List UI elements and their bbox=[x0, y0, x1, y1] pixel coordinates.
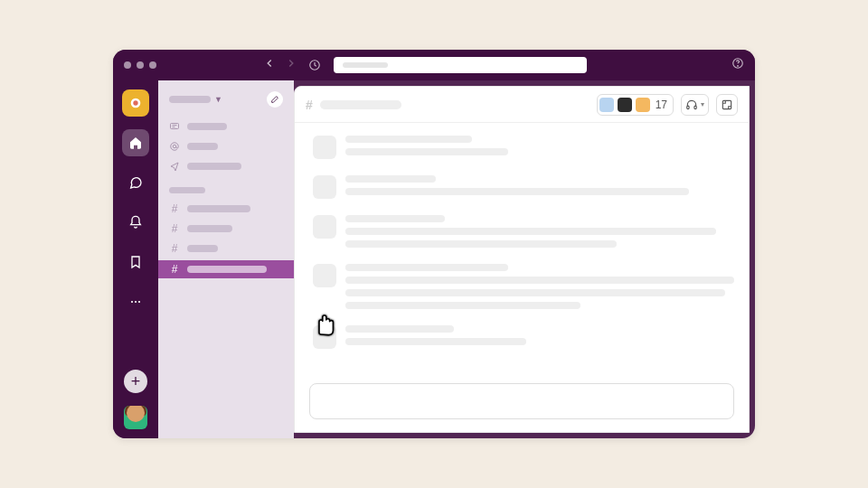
sidebar-channel-3[interactable]: # bbox=[158, 240, 294, 257]
rail-dms[interactable] bbox=[122, 169, 149, 196]
close-dot[interactable] bbox=[124, 61, 131, 69]
headphones-icon bbox=[685, 99, 698, 111]
svg-rect-10 bbox=[687, 106, 689, 109]
search-placeholder bbox=[343, 62, 388, 68]
member-count: 17 bbox=[656, 99, 667, 111]
member-count-button[interactable]: 17 bbox=[597, 94, 674, 116]
pointer-cursor-icon bbox=[313, 309, 342, 343]
chevron-down-icon: ▼ bbox=[214, 95, 222, 104]
message-avatar[interactable] bbox=[313, 175, 336, 199]
message-body bbox=[345, 136, 731, 159]
svg-rect-8 bbox=[171, 124, 179, 129]
svg-point-5 bbox=[131, 301, 133, 303]
create-button[interactable]: + bbox=[124, 370, 147, 393]
member-avatar-2 bbox=[618, 98, 632, 112]
canvas-button[interactable] bbox=[716, 94, 738, 116]
svg-point-9 bbox=[173, 145, 176, 148]
svg-rect-11 bbox=[694, 106, 696, 109]
rail-activity[interactable] bbox=[122, 209, 149, 236]
sidebar-item-label bbox=[187, 245, 218, 252]
channel-view: # 17 ▾ bbox=[294, 86, 750, 433]
svg-point-6 bbox=[135, 301, 137, 303]
svg-rect-12 bbox=[722, 100, 731, 108]
workspace-header[interactable]: ▼ bbox=[158, 89, 294, 115]
max-dot[interactable] bbox=[149, 61, 156, 69]
channel-header: # 17 ▾ bbox=[295, 87, 749, 123]
send-icon bbox=[169, 161, 180, 172]
huddle-button[interactable]: ▾ bbox=[681, 94, 709, 116]
message-list[interactable] bbox=[295, 123, 749, 378]
sidebar-section-header[interactable] bbox=[169, 187, 205, 193]
window-body: + ▼ bbox=[113, 80, 755, 438]
canvas-icon bbox=[721, 99, 733, 111]
hash-icon: # bbox=[169, 202, 180, 215]
message-composer[interactable] bbox=[309, 383, 734, 419]
sidebar-item-label bbox=[187, 205, 250, 212]
back-button[interactable] bbox=[263, 57, 276, 73]
workspace-name bbox=[169, 96, 211, 103]
sidebar-item-label bbox=[187, 123, 227, 130]
sidebar-quick-mentions[interactable] bbox=[158, 138, 294, 155]
sidebar-item-label bbox=[187, 163, 241, 170]
rail-later[interactable] bbox=[122, 249, 149, 276]
channel-name[interactable] bbox=[320, 100, 401, 109]
message[interactable] bbox=[313, 264, 731, 309]
message[interactable] bbox=[313, 215, 731, 248]
search-input[interactable] bbox=[334, 57, 587, 73]
nav-rail: + bbox=[113, 80, 158, 438]
sidebar-item-label bbox=[187, 266, 267, 273]
svg-point-7 bbox=[138, 301, 140, 303]
sidebar-channel-4[interactable]: # bbox=[158, 260, 294, 278]
at-icon bbox=[169, 141, 180, 152]
hash-icon: # bbox=[169, 242, 180, 255]
forward-button[interactable] bbox=[285, 57, 297, 73]
sidebar-item-label bbox=[187, 143, 218, 150]
svg-point-2 bbox=[738, 66, 739, 67]
hash-icon: # bbox=[169, 222, 180, 235]
compose-button[interactable] bbox=[267, 91, 283, 108]
plus-icon: + bbox=[131, 373, 141, 389]
rail-home[interactable] bbox=[122, 129, 149, 156]
message-avatar[interactable] bbox=[313, 215, 336, 239]
channel-sidebar: ▼ # # bbox=[158, 80, 294, 438]
help-button[interactable] bbox=[731, 57, 744, 73]
sidebar-item-label bbox=[187, 225, 232, 232]
sidebar-quick-drafts[interactable] bbox=[158, 158, 294, 174]
hash-icon: # bbox=[169, 263, 180, 276]
titlebar bbox=[113, 50, 755, 80]
message-avatar[interactable] bbox=[313, 264, 336, 287]
chevron-down-icon: ▾ bbox=[701, 100, 704, 108]
message-icon bbox=[169, 121, 180, 132]
traffic-lights[interactable] bbox=[124, 61, 156, 69]
message[interactable] bbox=[313, 175, 731, 199]
user-avatar[interactable] bbox=[124, 406, 147, 429]
message-avatar[interactable] bbox=[313, 136, 336, 159]
message[interactable] bbox=[313, 136, 731, 159]
sidebar-quick-threads[interactable] bbox=[158, 118, 294, 135]
member-avatar-1 bbox=[599, 98, 614, 112]
message-body bbox=[345, 325, 731, 349]
history-button[interactable] bbox=[308, 59, 321, 71]
sidebar-channel-2[interactable]: # bbox=[158, 221, 294, 237]
member-avatar-3 bbox=[636, 98, 650, 112]
message-body bbox=[345, 215, 731, 248]
hash-icon: # bbox=[306, 98, 313, 112]
slack-window: + ▼ bbox=[113, 50, 755, 438]
message[interactable] bbox=[313, 325, 731, 349]
message-body bbox=[345, 175, 731, 199]
min-dot[interactable] bbox=[137, 61, 144, 69]
svg-point-4 bbox=[133, 100, 137, 105]
workspace-switcher[interactable] bbox=[122, 89, 149, 117]
rail-more[interactable] bbox=[122, 288, 149, 315]
sidebar-channel-1[interactable]: # bbox=[158, 201, 294, 217]
message-body bbox=[345, 264, 734, 309]
